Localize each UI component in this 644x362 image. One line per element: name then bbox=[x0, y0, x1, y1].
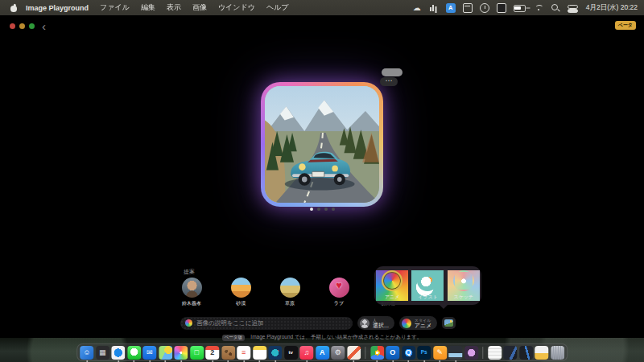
dock-icon-glyph: ⚙ bbox=[335, 349, 341, 356]
dock-icon-media-dark-app[interactable] bbox=[448, 346, 462, 360]
menu-item[interactable]: ヘルプ bbox=[266, 2, 289, 13]
menu-item[interactable]: 画像 bbox=[192, 2, 207, 13]
back-button[interactable]: ‹ bbox=[42, 19, 46, 33]
dock-icon-cork-board[interactable] bbox=[221, 346, 235, 360]
style-chip-value: アニメ bbox=[415, 323, 432, 328]
suggestion-item[interactable]: 鈴木義孝 bbox=[179, 278, 204, 307]
zoom-window-button[interactable] bbox=[29, 23, 35, 29]
dock-icon-system-settings[interactable]: ⚙ bbox=[331, 346, 345, 360]
carousel-dot[interactable] bbox=[324, 208, 328, 211]
status-tray: 4月2日(水) 20:22 bbox=[412, 3, 638, 13]
menu-item[interactable]: 編集 bbox=[141, 2, 155, 13]
dock-icon-minimized-window[interactable] bbox=[519, 346, 533, 360]
status-icon[interactable] bbox=[412, 3, 422, 13]
dock: ☺ ▦ ✉ □ bbox=[76, 343, 568, 361]
app-menu-title[interactable]: Image Playground bbox=[26, 4, 89, 12]
dock-icon-facetime[interactable]: □ bbox=[190, 346, 204, 360]
dock-separator bbox=[365, 347, 365, 359]
carousel-dot[interactable] bbox=[317, 208, 320, 211]
more-options-button[interactable]: ⋯ bbox=[380, 77, 398, 86]
dock-icon-image-playground[interactable] bbox=[347, 346, 361, 360]
style-option[interactable]: アニメ bbox=[376, 270, 408, 301]
dock-icon-glyph: ≡ bbox=[242, 349, 246, 356]
dock-icon-glyph: ✎ bbox=[436, 349, 443, 356]
style-picker-popup: アニメ イラスト スケッチ bbox=[374, 266, 481, 305]
dock-icon-mail[interactable]: ✉ bbox=[142, 346, 156, 360]
dock-icon-weather-circle-app[interactable] bbox=[268, 346, 282, 360]
dock-icon-app-store[interactable]: A bbox=[316, 346, 329, 360]
prompt-placeholder: 画像の説明をここに追加 bbox=[196, 319, 263, 327]
status-icon[interactable] bbox=[568, 3, 577, 13]
suggestion-thumbnail-icon bbox=[231, 278, 251, 298]
dock-icon-photos[interactable] bbox=[174, 346, 188, 360]
menu-bar-clock[interactable]: 4月2日(水) 20:22 bbox=[586, 3, 638, 13]
prompt-input[interactable]: 画像の説明をここに追加 bbox=[180, 317, 353, 330]
dock-icon-pages[interactable]: ✎ bbox=[433, 346, 447, 360]
person-avatar-icon bbox=[360, 319, 369, 328]
dock-icon-quicktime[interactable]: Q bbox=[402, 346, 415, 360]
style-chip[interactable]: スタイル アニメ bbox=[399, 316, 438, 330]
style-option[interactable]: スケッチ bbox=[448, 270, 480, 301]
dock-icon-maps[interactable] bbox=[159, 346, 172, 360]
suggestion-item[interactable]: 砂漠 bbox=[228, 278, 254, 307]
dock-icon-glyph: ♫ bbox=[303, 349, 309, 356]
status-icon[interactable] bbox=[480, 3, 489, 13]
dock-icon-outlook[interactable]: O bbox=[386, 346, 399, 360]
minimize-window-button[interactable] bbox=[19, 23, 25, 29]
dock-icon-glyph: Ps bbox=[421, 350, 427, 356]
dock-icon-apple-tv[interactable]: tv bbox=[284, 346, 298, 360]
hover-bubble bbox=[382, 68, 402, 76]
suggestion-thumbnail-icon bbox=[329, 278, 349, 298]
dock-icon-notes[interactable] bbox=[253, 346, 266, 360]
add-media-button[interactable] bbox=[442, 317, 456, 329]
carousel-dot[interactable] bbox=[332, 208, 335, 211]
dock-icon-chrome[interactable] bbox=[370, 346, 384, 360]
status-icon[interactable] bbox=[497, 3, 506, 13]
disclaimer: ベータ版 Image Playground では、予期しない結果が作成されること… bbox=[0, 330, 644, 344]
status-icon[interactable] bbox=[463, 3, 473, 13]
dock-separator bbox=[482, 347, 483, 359]
dock-icon-music[interactable]: ♫ bbox=[299, 346, 313, 360]
status-icon[interactable] bbox=[534, 3, 543, 13]
style-ball-icon bbox=[402, 319, 411, 328]
style-option-label: イラスト bbox=[418, 294, 438, 301]
close-window-button[interactable] bbox=[10, 23, 15, 29]
suggestion-label: ラブ bbox=[334, 300, 344, 307]
dock-icon-glyph: □ bbox=[195, 349, 199, 356]
style-thumbnail-icon bbox=[453, 270, 474, 291]
dock-icon-minimized-window[interactable] bbox=[503, 346, 517, 360]
disclaimer-text: Image Playground では、予期しない結果が作成されることがあります… bbox=[250, 334, 422, 339]
carousel-dot[interactable] bbox=[310, 208, 313, 211]
status-icon[interactable] bbox=[446, 3, 456, 13]
status-icon[interactable] bbox=[551, 3, 560, 13]
person-chip[interactable]: 人 選択... bbox=[357, 316, 394, 330]
beta-version-badge: ベータ版 bbox=[222, 335, 245, 341]
dock-icon-document-file[interactable] bbox=[488, 346, 502, 360]
dock-icon-reminders[interactable]: ≡ bbox=[237, 346, 250, 360]
apple-menu-icon[interactable] bbox=[10, 4, 18, 12]
dock-icon-photoshop[interactable]: Ps bbox=[417, 346, 431, 360]
suggestion-thumbnail-icon bbox=[182, 278, 202, 298]
status-icon[interactable] bbox=[514, 3, 526, 13]
status-icons bbox=[412, 3, 577, 13]
menu-bar: Image Playground ファイル編集表示画像ウインドウヘルプ 4月2日… bbox=[0, 0, 644, 15]
generated-image-card[interactable] bbox=[261, 82, 383, 207]
suggestion-item[interactable]: ラブ bbox=[326, 278, 352, 307]
dock-icon-launchpad[interactable]: ▦ bbox=[96, 346, 109, 360]
menu-item[interactable]: 表示 bbox=[167, 2, 181, 13]
dock-icon-safari[interactable] bbox=[111, 346, 125, 360]
suggestion-item[interactable]: 草原 bbox=[277, 278, 303, 307]
menu-item[interactable]: ウインドウ bbox=[218, 2, 255, 13]
suggestions-row: 鈴木義孝 砂漠 草原 ラブ 初の雪 bbox=[179, 278, 401, 307]
status-icon[interactable] bbox=[429, 3, 439, 13]
dock-icon-finder[interactable]: ☺ bbox=[80, 346, 93, 360]
style-option[interactable]: イラスト bbox=[411, 270, 444, 301]
dock-icon-messages[interactable] bbox=[127, 346, 141, 360]
menu-item[interactable]: ファイル bbox=[100, 2, 130, 13]
dock-icon-downloads-folder[interactable] bbox=[535, 346, 548, 360]
dock-icon-purple-circle-app[interactable] bbox=[464, 346, 478, 360]
dock-icon-glyph: 2 bbox=[210, 349, 214, 356]
dock-icon-calendar[interactable]: 2 bbox=[205, 346, 219, 360]
desktop: Image Playground ファイル編集表示画像ウインドウヘルプ 4月2日… bbox=[0, 0, 644, 362]
dock-icon-trash[interactable] bbox=[551, 346, 564, 360]
